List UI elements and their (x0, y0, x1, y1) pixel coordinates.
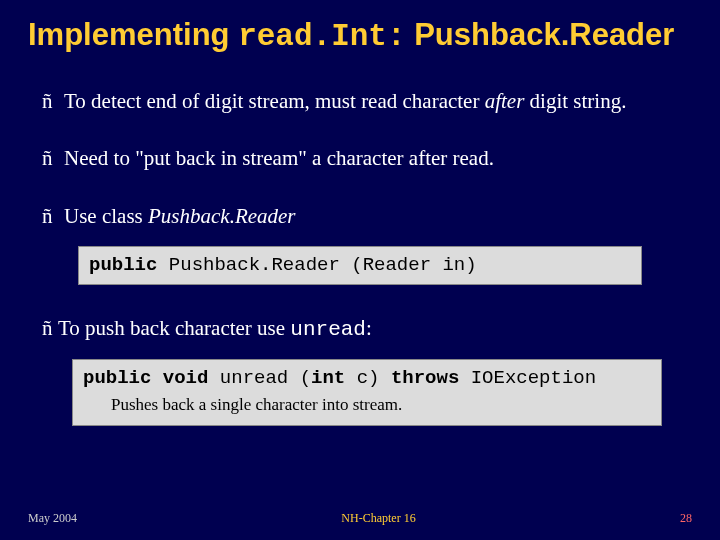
bullet-3-pre: Use class (64, 204, 148, 228)
code-text: unread ( (208, 367, 311, 389)
slide: Implementing read.Int: Pushback.Reader ñ… (0, 0, 720, 540)
bullet-2-text: Need to "put back in stream" a character… (64, 146, 494, 170)
bullet-4: ñTo push back character use unread: (28, 315, 692, 343)
bullet-marker: ñ (42, 145, 64, 172)
bullet-1: ñTo detect end of digit stream, must rea… (28, 88, 692, 115)
title-text-post: Pushback.Reader (406, 17, 675, 52)
bullet-4-code: unread (290, 318, 366, 341)
bullet-marker: ñ (42, 315, 58, 342)
footer-page-number: 28 (680, 511, 692, 526)
code-rest: Pushback.Reader (Reader in) (157, 254, 476, 276)
code-box-1: public Pushback.Reader (Reader in) (78, 246, 642, 285)
code-keyword: throws (391, 367, 459, 389)
bullet-marker: ñ (42, 88, 64, 115)
code-keyword: public (89, 254, 157, 276)
bullet-3-em: Pushback.Reader (148, 204, 296, 228)
footer-date: May 2004 (28, 511, 77, 526)
bullet-2: ñNeed to "put back in stream" a characte… (28, 145, 692, 172)
footer: May 2004 NH-Chapter 16 28 (0, 511, 720, 526)
bullet-marker: ñ (42, 203, 64, 230)
code-box-2: public void unread (int c) throws IOExce… (72, 359, 662, 426)
bullet-1-em: after (485, 89, 525, 113)
code-caption: Pushes back a single character into stre… (83, 391, 651, 415)
title-text-pre: Implementing (28, 17, 238, 52)
bullet-3: ñUse class Pushback.Reader (28, 203, 692, 230)
code-text: c) (345, 367, 391, 389)
code-line-1: public Pushback.Reader (Reader in) (89, 253, 631, 278)
footer-chapter: NH-Chapter 16 (77, 511, 680, 526)
title-code: read.Int: (238, 19, 405, 54)
bullet-4-pre: To push back character use (58, 316, 290, 340)
bullet-1-pre: To detect end of digit stream, must read… (64, 89, 485, 113)
code-text: IOException (459, 367, 596, 389)
bullet-1-post: digit string. (524, 89, 626, 113)
code-keyword: int (311, 367, 345, 389)
code-keyword: public void (83, 367, 208, 389)
code-line-2: public void unread (int c) throws IOExce… (83, 366, 651, 391)
bullet-4-post: : (366, 316, 372, 340)
slide-title: Implementing read.Int: Pushback.Reader (28, 18, 692, 54)
